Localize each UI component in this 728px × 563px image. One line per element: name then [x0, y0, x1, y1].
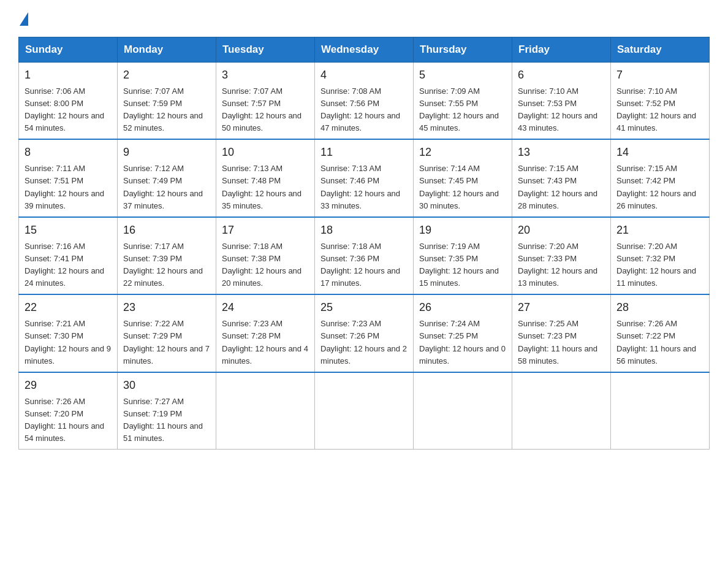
- day-number: 25: [320, 299, 408, 316]
- calendar-cell: 18Sunrise: 7:18 AMSunset: 7:36 PMDayligh…: [315, 217, 414, 294]
- calendar-cell: 27Sunrise: 7:25 AMSunset: 7:23 PMDayligh…: [512, 294, 611, 372]
- calendar-cell: 19Sunrise: 7:19 AMSunset: 7:35 PMDayligh…: [414, 217, 512, 294]
- header-thursday: Thursday: [414, 37, 512, 63]
- calendar-cell: 17Sunrise: 7:18 AMSunset: 7:38 PMDayligh…: [216, 217, 315, 294]
- day-number: 17: [222, 222, 309, 239]
- day-number: 27: [518, 299, 605, 316]
- calendar-table: SundayMondayTuesdayWednesdayThursdayFrid…: [18, 37, 710, 450]
- day-info: Sunrise: 7:18 AMSunset: 7:38 PMDaylight:…: [222, 240, 309, 290]
- day-number: 9: [123, 144, 210, 161]
- calendar-week-row: 29Sunrise: 7:26 AMSunset: 7:20 PMDayligh…: [19, 372, 710, 450]
- day-info: Sunrise: 7:13 AMSunset: 7:46 PMDaylight:…: [320, 163, 408, 212]
- day-number: 26: [419, 299, 506, 316]
- header-monday: Monday: [118, 37, 216, 63]
- calendar-cell: 30Sunrise: 7:27 AMSunset: 7:19 PMDayligh…: [118, 372, 216, 450]
- day-info: Sunrise: 7:15 AMSunset: 7:43 PMDaylight:…: [518, 163, 605, 212]
- header-sunday: Sunday: [19, 37, 118, 63]
- calendar-cell: 20Sunrise: 7:20 AMSunset: 7:33 PMDayligh…: [512, 217, 611, 294]
- day-info: Sunrise: 7:18 AMSunset: 7:36 PMDaylight:…: [320, 240, 408, 290]
- day-number: 1: [25, 67, 112, 84]
- day-info: Sunrise: 7:07 AMSunset: 7:59 PMDaylight:…: [123, 85, 210, 135]
- calendar-cell: [315, 372, 414, 450]
- calendar-week-row: 8Sunrise: 7:11 AMSunset: 7:51 PMDaylight…: [19, 139, 710, 216]
- logo: [18, 12, 28, 26]
- day-number: 5: [419, 67, 506, 84]
- day-info: Sunrise: 7:23 AMSunset: 7:28 PMDaylight:…: [222, 318, 309, 367]
- calendar-cell: 16Sunrise: 7:17 AMSunset: 7:39 PMDayligh…: [118, 217, 216, 294]
- calendar-week-row: 1Sunrise: 7:06 AMSunset: 8:00 PMDaylight…: [19, 63, 710, 140]
- calendar-cell: 24Sunrise: 7:23 AMSunset: 7:28 PMDayligh…: [216, 294, 315, 372]
- day-number: 20: [518, 222, 605, 239]
- day-info: Sunrise: 7:12 AMSunset: 7:49 PMDaylight:…: [123, 163, 210, 212]
- day-number: 8: [25, 144, 112, 161]
- day-number: 28: [616, 299, 703, 316]
- day-info: Sunrise: 7:11 AMSunset: 7:51 PMDaylight:…: [25, 163, 112, 212]
- calendar-cell: 22Sunrise: 7:21 AMSunset: 7:30 PMDayligh…: [19, 294, 118, 372]
- day-info: Sunrise: 7:20 AMSunset: 7:33 PMDaylight:…: [518, 240, 605, 290]
- calendar-cell: [216, 372, 315, 450]
- day-info: Sunrise: 7:19 AMSunset: 7:35 PMDaylight:…: [419, 240, 506, 290]
- logo-triangle-icon: [20, 12, 28, 26]
- day-info: Sunrise: 7:21 AMSunset: 7:30 PMDaylight:…: [25, 318, 112, 367]
- day-number: 12: [419, 144, 506, 161]
- calendar-cell: 14Sunrise: 7:15 AMSunset: 7:42 PMDayligh…: [611, 139, 710, 216]
- calendar-cell: 2Sunrise: 7:07 AMSunset: 7:59 PMDaylight…: [118, 63, 216, 140]
- day-info: Sunrise: 7:22 AMSunset: 7:29 PMDaylight:…: [123, 318, 210, 367]
- day-info: Sunrise: 7:08 AMSunset: 7:56 PMDaylight:…: [320, 85, 408, 135]
- calendar-cell: 6Sunrise: 7:10 AMSunset: 7:53 PMDaylight…: [512, 63, 611, 140]
- calendar-cell: 26Sunrise: 7:24 AMSunset: 7:25 PMDayligh…: [414, 294, 512, 372]
- day-info: Sunrise: 7:15 AMSunset: 7:42 PMDaylight:…: [616, 163, 703, 212]
- day-number: 29: [25, 377, 112, 394]
- calendar-cell: 25Sunrise: 7:23 AMSunset: 7:26 PMDayligh…: [315, 294, 414, 372]
- day-info: Sunrise: 7:07 AMSunset: 7:57 PMDaylight:…: [222, 85, 309, 135]
- day-info: Sunrise: 7:10 AMSunset: 7:53 PMDaylight:…: [518, 85, 605, 135]
- day-info: Sunrise: 7:06 AMSunset: 8:00 PMDaylight:…: [25, 85, 112, 135]
- calendar-week-row: 22Sunrise: 7:21 AMSunset: 7:30 PMDayligh…: [19, 294, 710, 372]
- day-number: 2: [123, 67, 210, 84]
- calendar-cell: 21Sunrise: 7:20 AMSunset: 7:32 PMDayligh…: [611, 217, 710, 294]
- day-info: Sunrise: 7:27 AMSunset: 7:19 PMDaylight:…: [123, 396, 210, 445]
- day-number: 16: [123, 222, 210, 239]
- day-number: 4: [320, 67, 408, 84]
- calendar-cell: [611, 372, 710, 450]
- calendar-cell: 5Sunrise: 7:09 AMSunset: 7:55 PMDaylight…: [414, 63, 512, 140]
- calendar-cell: 10Sunrise: 7:13 AMSunset: 7:48 PMDayligh…: [216, 139, 315, 216]
- day-number: 18: [320, 222, 408, 239]
- calendar-cell: 28Sunrise: 7:26 AMSunset: 7:22 PMDayligh…: [611, 294, 710, 372]
- day-info: Sunrise: 7:26 AMSunset: 7:20 PMDaylight:…: [25, 396, 112, 445]
- calendar-cell: 11Sunrise: 7:13 AMSunset: 7:46 PMDayligh…: [315, 139, 414, 216]
- day-info: Sunrise: 7:09 AMSunset: 7:55 PMDaylight:…: [419, 85, 506, 135]
- day-info: Sunrise: 7:14 AMSunset: 7:45 PMDaylight:…: [419, 163, 506, 212]
- day-info: Sunrise: 7:16 AMSunset: 7:41 PMDaylight:…: [25, 240, 112, 290]
- day-number: 3: [222, 67, 309, 84]
- day-number: 14: [616, 144, 703, 161]
- day-number: 22: [25, 299, 112, 316]
- header-wednesday: Wednesday: [315, 37, 414, 63]
- calendar-cell: 29Sunrise: 7:26 AMSunset: 7:20 PMDayligh…: [19, 372, 118, 450]
- calendar-cell: 23Sunrise: 7:22 AMSunset: 7:29 PMDayligh…: [118, 294, 216, 372]
- day-number: 15: [25, 222, 112, 239]
- page-header: [18, 12, 710, 26]
- day-number: 19: [419, 222, 506, 239]
- calendar-cell: 4Sunrise: 7:08 AMSunset: 7:56 PMDaylight…: [315, 63, 414, 140]
- day-info: Sunrise: 7:20 AMSunset: 7:32 PMDaylight:…: [616, 240, 703, 290]
- calendar-cell: 8Sunrise: 7:11 AMSunset: 7:51 PMDaylight…: [19, 139, 118, 216]
- day-info: Sunrise: 7:17 AMSunset: 7:39 PMDaylight:…: [123, 240, 210, 290]
- day-number: 21: [616, 222, 703, 239]
- day-number: 7: [616, 67, 703, 84]
- day-info: Sunrise: 7:24 AMSunset: 7:25 PMDaylight:…: [419, 318, 506, 367]
- calendar-cell: 3Sunrise: 7:07 AMSunset: 7:57 PMDaylight…: [216, 63, 315, 140]
- calendar-cell: 1Sunrise: 7:06 AMSunset: 8:00 PMDaylight…: [19, 63, 118, 140]
- day-number: 24: [222, 299, 309, 316]
- header-tuesday: Tuesday: [216, 37, 315, 63]
- day-number: 6: [518, 67, 605, 84]
- day-number: 10: [222, 144, 309, 161]
- day-info: Sunrise: 7:10 AMSunset: 7:52 PMDaylight:…: [616, 85, 703, 135]
- calendar-cell: 7Sunrise: 7:10 AMSunset: 7:52 PMDaylight…: [611, 63, 710, 140]
- day-number: 11: [320, 144, 408, 161]
- calendar-cell: 15Sunrise: 7:16 AMSunset: 7:41 PMDayligh…: [19, 217, 118, 294]
- calendar-header-row: SundayMondayTuesdayWednesdayThursdayFrid…: [19, 37, 710, 63]
- calendar-week-row: 15Sunrise: 7:16 AMSunset: 7:41 PMDayligh…: [19, 217, 710, 294]
- calendar-cell: 9Sunrise: 7:12 AMSunset: 7:49 PMDaylight…: [118, 139, 216, 216]
- calendar-cell: [512, 372, 611, 450]
